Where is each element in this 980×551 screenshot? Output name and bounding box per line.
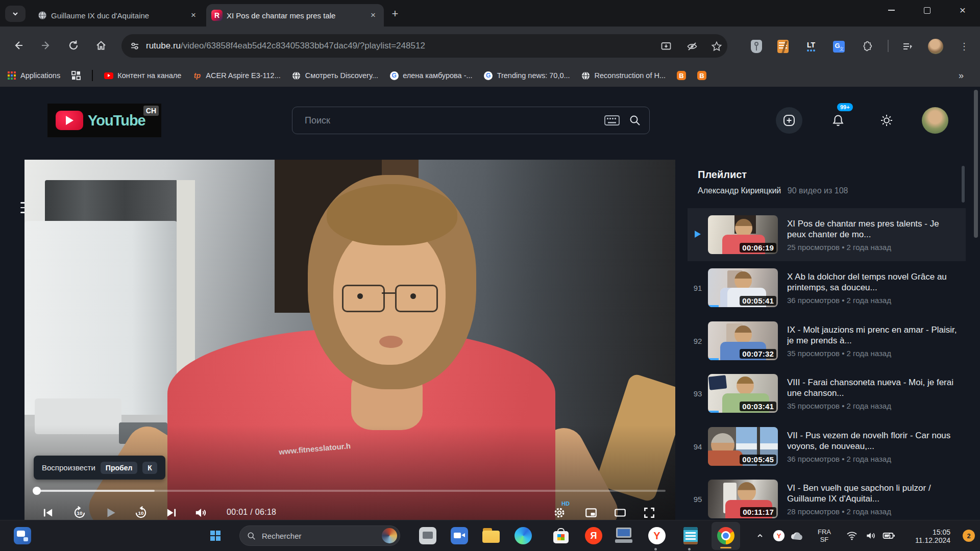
notifications-button[interactable]: 99+ [825, 107, 851, 134]
google-translate-extension-icon[interactable]: G 文 [830, 38, 847, 55]
forward-10-button[interactable]: 10 [134, 506, 148, 520]
tab-rutube-active[interactable]: R XI Pos de chantar mes pres tale × [206, 4, 384, 27]
page-scrollbar[interactable] [974, 87, 978, 520]
chat-app-icon[interactable] [449, 525, 470, 546]
playlist-scrollbar[interactable] [962, 166, 965, 203]
rewind-10-button[interactable]: 10 [72, 506, 87, 520]
settings-gear-icon[interactable] [552, 506, 567, 520]
back-button[interactable] [9, 36, 28, 55]
task-view-icon[interactable] [418, 525, 438, 546]
address-bar[interactable]: rutube.ru/video/63858f4eab5d42c83405383b… [121, 34, 727, 58]
playlist-item[interactable]: 93 00:03:41 VIII - Farai chansoneta nuev… [688, 367, 966, 420]
edge-browser-icon[interactable] [513, 525, 533, 546]
close-button[interactable]: × [949, 0, 976, 20]
bookmark-item[interactable]: tp ACER Aspire E3-112... [192, 71, 280, 80]
tab-queue-icon[interactable] [899, 38, 916, 55]
tab-close-icon[interactable]: × [188, 10, 199, 21]
bookmark-item[interactable]: B [677, 71, 686, 80]
upload-button[interactable] [776, 107, 802, 134]
keyboard-icon[interactable] [604, 115, 620, 126]
fullscreen-icon[interactable] [642, 506, 656, 520]
video-thumbnail[interactable]: 00:05:45 [708, 427, 778, 466]
bookmark-grid-folder[interactable] [71, 71, 81, 80]
yandex-browser-icon[interactable]: Y [647, 525, 667, 546]
tray-chevron-icon[interactable] [750, 525, 770, 546]
tab-guillaume[interactable]: Guillaume IX duc d'Aquitaine × [33, 4, 204, 27]
search-input[interactable] [304, 115, 604, 127]
forward-button[interactable] [37, 36, 55, 55]
bookmark-item[interactable]: G елена камбурова -... [389, 71, 473, 80]
previous-video-button[interactable] [41, 506, 55, 520]
microsoft-store-icon[interactable] [551, 525, 571, 546]
bookmark-star-icon[interactable] [708, 38, 725, 55]
video-player[interactable]: www.fitnesslatour.h Воспроизвести Пробел… [24, 160, 675, 521]
minimize-button[interactable] [878, 0, 904, 20]
languagetool-extension-icon[interactable]: LT [802, 38, 820, 55]
taskbar-widget-icon[interactable] [12, 525, 33, 546]
video-title[interactable]: XI Pos de chantar mes pres talents - Je … [787, 218, 958, 240]
reload-button[interactable] [64, 36, 83, 55]
scrollbar-thumb[interactable] [974, 90, 978, 238]
video-title[interactable]: IX - Molt jauzions mi prenc en amar - Pl… [787, 324, 958, 346]
theme-toggle-button[interactable] [873, 107, 900, 134]
progress-bar[interactable] [35, 490, 666, 492]
bookmark-item[interactable]: Смотреть Discovery... [292, 71, 378, 80]
new-tab-button[interactable]: + [387, 6, 403, 21]
taskbar-search[interactable] [239, 525, 400, 546]
extensions-puzzle-icon[interactable] [858, 38, 875, 55]
keepass-extension-icon[interactable] [748, 38, 765, 55]
taskbar-search-input[interactable] [261, 531, 382, 541]
browser-menu-icon[interactable]: ⋮ [955, 38, 973, 55]
video-thumbnail[interactable]: 00:05:41 [708, 268, 778, 307]
bookmark-item[interactable]: Reconstruction of H... [581, 71, 666, 80]
bookmarks-overflow-chevron[interactable]: » [959, 70, 964, 81]
tab-close-icon[interactable]: × [368, 10, 379, 21]
video-title[interactable]: VI - Ben vuelh que sapchon li pulzor / G… [787, 483, 958, 504]
language-indicator[interactable]: FRA SF [814, 528, 835, 543]
battery-charging-icon[interactable] [879, 525, 899, 546]
video-title[interactable]: X Ab la dolchor del temps novel Grâce au… [787, 271, 958, 293]
playlist-item[interactable]: 95 00:11:17 VI - Ben vuelh que sapchon l… [688, 472, 966, 520]
tab-search-button[interactable] [5, 6, 26, 22]
playlist-item[interactable]: 94 00:05:45 VII - Pus vezem de novelh fl… [688, 420, 966, 473]
progress-handle[interactable] [33, 487, 41, 495]
volume-icon[interactable] [861, 525, 881, 546]
playlist-author[interactable]: Александр Кирияцкий [698, 186, 781, 195]
next-video-button[interactable] [164, 506, 179, 520]
play-button[interactable] [104, 506, 118, 520]
playlist-item[interactable]: 92 00:07:32 IX - Molt jauzions mi prenc … [688, 314, 966, 367]
chrome-browser-icon[interactable] [716, 525, 736, 546]
volume-button[interactable] [193, 506, 208, 520]
maximize-button[interactable] [914, 0, 940, 20]
video-title[interactable]: VII - Pus vezem de novelh florir - Car n… [787, 430, 958, 452]
home-button[interactable] [92, 36, 110, 55]
mini-player-icon[interactable] [584, 506, 598, 520]
wifi-icon[interactable] [842, 525, 862, 546]
theater-mode-icon[interactable] [613, 506, 627, 520]
bookmark-applications[interactable]: Applications [7, 71, 60, 80]
install-app-icon[interactable] [657, 38, 675, 55]
user-avatar[interactable] [922, 107, 948, 134]
pc-app-icon[interactable] [614, 525, 634, 546]
profile-avatar[interactable] [928, 39, 943, 54]
video-thumbnail[interactable]: 00:03:41 [708, 374, 778, 413]
bookmark-item[interactable]: G Trending news: 70,0... [484, 71, 570, 80]
eye-off-icon[interactable] [683, 38, 701, 55]
search-icon[interactable] [629, 114, 641, 127]
video-title[interactable]: VIII - Farai chansoneta nueva - Moi, je … [787, 377, 958, 398]
taskbar-clock[interactable]: 15:05 11.12.2024 [903, 528, 950, 544]
bookmark-item[interactable]: B [697, 71, 706, 80]
notification-center-badge[interactable]: 2 [963, 530, 975, 542]
search-highlight-image[interactable] [382, 528, 397, 543]
notebook-extension-icon[interactable] [774, 38, 792, 55]
notepad-app-icon[interactable] [680, 525, 701, 546]
channel-logo[interactable]: YouTube CH [47, 104, 161, 137]
yandex-app-icon[interactable]: Я [583, 525, 604, 546]
start-button[interactable] [205, 525, 226, 546]
site-search-bar[interactable] [292, 107, 650, 134]
bookmark-item[interactable]: Контент на канале [104, 71, 181, 80]
site-info-icon[interactable] [130, 41, 140, 51]
video-thumbnail[interactable]: 00:06:19 [708, 215, 778, 254]
file-explorer-icon[interactable] [481, 525, 501, 546]
onedrive-cloud-icon[interactable] [786, 525, 806, 546]
